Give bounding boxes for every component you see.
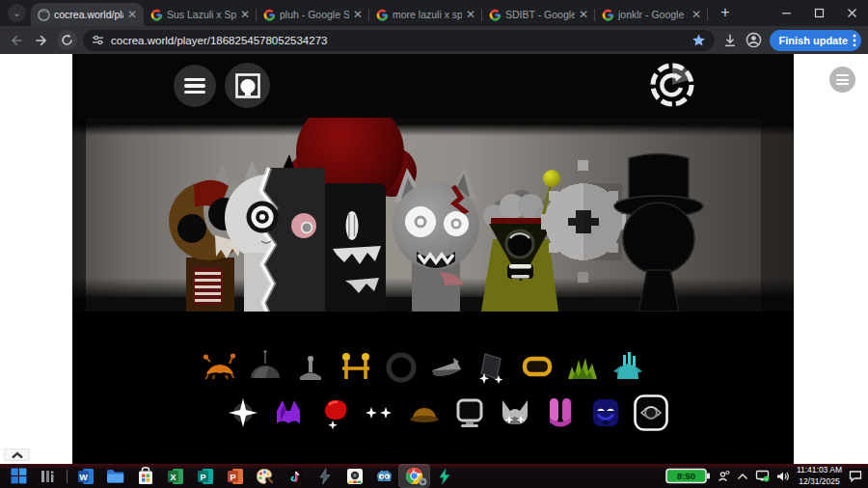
taskbar-green-bolt-app[interactable] <box>429 465 459 487</box>
hamburger-fab-icon <box>836 74 849 76</box>
tab-close-icon[interactable]: ✕ <box>353 9 363 20</box>
item-gray-boat[interactable] <box>427 348 466 387</box>
item-dark-ring[interactable] <box>382 348 420 387</box>
page-menu-button[interactable] <box>829 67 855 93</box>
tab-close-icon[interactable]: ✕ <box>692 9 701 20</box>
people-icon[interactable] <box>718 470 730 482</box>
taskbar-clock[interactable]: 11:41:03 AM 12/31/2025 <box>797 465 842 486</box>
game-menu-button[interactable] <box>174 65 216 107</box>
tab-label: Sus Lazuli x Speedy e <box>167 9 236 20</box>
paint-icon <box>256 468 274 485</box>
taskbar-media-app[interactable] <box>34 465 64 487</box>
tab-close-icon[interactable]: ✕ <box>240 9 250 20</box>
item-blue-sleepy-face[interactable] <box>586 393 625 432</box>
finish-update-label: Finish update <box>779 35 849 46</box>
avatar-frame-icon <box>233 71 262 100</box>
game-header <box>72 54 794 118</box>
clock-date: 12/31/2025 <box>797 476 842 487</box>
item-purple-helm[interactable] <box>269 393 308 432</box>
game-restart-button[interactable] <box>647 60 697 110</box>
tab-label: SDIBT - Google Searc <box>505 9 575 20</box>
taskbar-file-explorer[interactable] <box>100 465 130 487</box>
new-tab-button[interactable]: + <box>714 1 737 24</box>
forward-icon[interactable] <box>32 31 51 50</box>
taskbar-microsoft-store[interactable] <box>130 465 160 487</box>
finish-update-button[interactable]: Finish update <box>770 30 862 51</box>
tray-chevron-up-icon[interactable] <box>737 473 748 480</box>
taskbar-paint[interactable] <box>250 465 280 487</box>
minimize-button[interactable] <box>770 0 802 26</box>
tab-pluh[interactable]: pluh - Google Search ✕ <box>257 3 369 26</box>
item-gold-goggles[interactable] <box>518 348 556 387</box>
tab-sdibt[interactable]: SDIBT - Google Searc ✕ <box>482 3 595 26</box>
taskbar-separator <box>67 470 68 483</box>
game-stage-scene[interactable] <box>72 118 794 312</box>
network-icon[interactable] <box>755 470 770 482</box>
item-pink-bunny-ears[interactable] <box>541 393 580 432</box>
tab-close-icon[interactable]: ✕ <box>579 9 588 20</box>
game-canvas[interactable] <box>72 54 794 464</box>
notification-center-icon[interactable] <box>849 470 862 482</box>
battery-indicator[interactable]: 8:50 <box>665 468 711 484</box>
site-info-icon[interactable] <box>92 34 104 46</box>
item-dome-antenna[interactable] <box>246 348 285 387</box>
taskbar-chrome[interactable] <box>399 465 429 487</box>
item-brown-bowler-hat[interactable] <box>405 393 444 432</box>
page-content <box>0 54 868 464</box>
taskbar-word[interactable]: W <box>70 465 100 487</box>
item-orange-crab[interactable] <box>201 348 239 387</box>
tab-label: cocrea.world/player/1 <box>54 9 123 20</box>
taskbar-publisher[interactable]: P <box>190 465 220 487</box>
scroll-top-button[interactable] <box>4 448 30 461</box>
item-green-spikes[interactable] <box>563 348 602 387</box>
game-avatar-button[interactable] <box>225 63 270 108</box>
item-white-sparkle[interactable] <box>224 393 262 432</box>
profile-icon[interactable] <box>746 32 762 48</box>
chrome-badge-gear-icon <box>419 477 427 486</box>
tab-sus-lazuli[interactable]: Sus Lazuli x Speedy e ✕ <box>144 3 257 26</box>
google-icon <box>489 9 502 21</box>
item-red-blob[interactable] <box>314 393 353 432</box>
browser-menu-kebab-icon[interactable] <box>853 34 856 47</box>
taskbar-excel[interactable]: X <box>160 465 190 487</box>
tab-close-icon[interactable]: ✕ <box>127 9 137 20</box>
item-gray-monitor[interactable] <box>450 393 489 432</box>
back-icon[interactable] <box>7 31 26 50</box>
tab-label: jonklr - Google Searc <box>618 9 688 20</box>
godot-icon <box>375 468 393 484</box>
item-sparkle-pair[interactable] <box>360 393 398 432</box>
restart-icon <box>647 60 697 110</box>
browser-window: ⌄ cocrea.world/player/1 ✕ Sus Lazuli x S… <box>0 0 868 488</box>
maximize-button[interactable] <box>802 0 835 26</box>
taskbar-start-button[interactable] <box>4 465 34 487</box>
close-window-button[interactable] <box>835 0 868 26</box>
item-dark-eye-selected[interactable] <box>632 393 670 432</box>
item-gold-goal[interactable] <box>337 348 375 387</box>
tab-strip: ⌄ cocrea.world/player/1 ✕ Sus Lazuli x S… <box>0 0 868 26</box>
excel-icon: X <box>167 468 184 485</box>
tab-cocrea[interactable]: cocrea.world/player/1 ✕ <box>31 3 144 26</box>
taskbar-bolt-app[interactable] <box>310 465 339 487</box>
taskbar-godot[interactable] <box>369 465 399 487</box>
bookmark-star-icon[interactable] <box>692 33 706 47</box>
battery-time-text: 8:50 <box>677 471 695 481</box>
item-cat-mask[interactable] <box>496 393 534 432</box>
reload-icon[interactable] <box>57 30 77 50</box>
sound-item-row-2 <box>224 393 670 432</box>
google-icon <box>376 9 389 21</box>
taskbar-tiktok[interactable] <box>280 465 310 487</box>
speaker-icon[interactable] <box>776 471 790 482</box>
url-text[interactable]: cocrea.world/player/1868254578052534273 <box>111 35 685 46</box>
tab-search-icon[interactable]: ⌄ <box>8 4 26 22</box>
tab-close-icon[interactable]: ✕ <box>466 9 475 20</box>
item-dark-slab-sparkles[interactable] <box>473 348 511 387</box>
system-tray: 8:50 11:41:03 AM 12/31/2025 <box>665 465 868 486</box>
tab-jonklr[interactable]: jonklr - Google Searc ✕ <box>595 3 708 26</box>
item-gray-anchor[interactable] <box>291 348 330 387</box>
taskbar-powerpoint[interactable]: P <box>220 465 250 487</box>
download-icon[interactable] <box>722 33 738 48</box>
item-teal-creature[interactable] <box>609 348 647 387</box>
tab-more-lazuli[interactable]: more lazuli x speedy ✕ <box>369 3 482 26</box>
taskbar-incredibox-app[interactable] <box>339 465 369 487</box>
address-bar[interactable]: cocrea.world/player/1868254578052534273 <box>83 30 715 51</box>
